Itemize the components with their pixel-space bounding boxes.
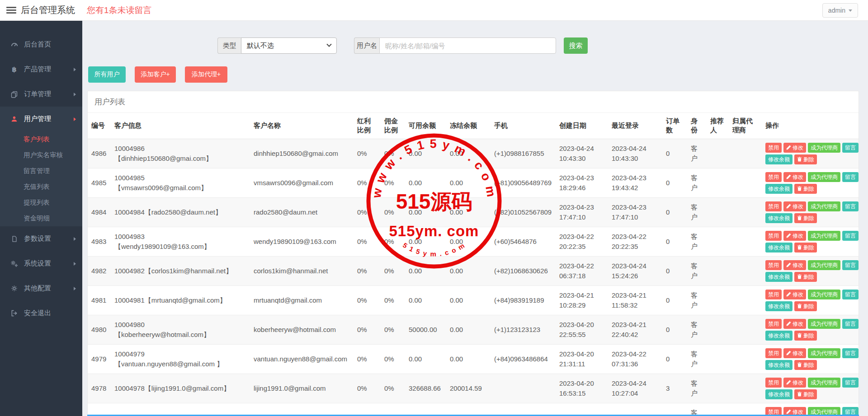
message-button[interactable]: 留言 xyxy=(842,143,859,153)
add-agent-button[interactable]: 添加代理+ xyxy=(185,66,227,83)
edit-balance-button[interactable]: 修改余额 xyxy=(765,154,793,164)
disable-button[interactable]: 禁用 xyxy=(765,172,782,182)
delete-button[interactable]: 删除 xyxy=(794,213,817,223)
cell-frozen-balance xyxy=(446,403,491,416)
edit-balance-button[interactable]: 修改余额 xyxy=(765,360,793,370)
header-order-count: 订单数 xyxy=(662,113,687,139)
unread-message-notice[interactable]: 您有1条未读留言 xyxy=(87,0,152,20)
edit-button[interactable]: 修改 xyxy=(783,172,806,182)
type-select[interactable]: 默认不选 xyxy=(241,37,337,54)
edit-balance-button[interactable]: 修改余额 xyxy=(765,243,793,252)
delete-button[interactable]: 删除 xyxy=(794,272,817,282)
edit-balance-button[interactable]: 修改余额 xyxy=(765,213,793,223)
sidebar-subitem-message-management[interactable]: 留言管理 xyxy=(0,163,82,179)
add-customer-button[interactable]: 添加客户+ xyxy=(135,66,176,83)
sidebar-item-dashboard[interactable]: 后台首页 xyxy=(0,32,82,57)
message-button[interactable]: 留言 xyxy=(842,231,859,241)
sidebar-item-other-config[interactable]: 其他配置 xyxy=(0,276,82,301)
cell-phone: (+60)5464876 xyxy=(491,227,556,256)
disable-button[interactable]: 禁用 xyxy=(765,201,782,211)
message-button[interactable]: 留言 xyxy=(842,290,859,299)
disable-button[interactable]: 禁用 xyxy=(765,319,782,329)
header-frozen-balance: 冻结余额 xyxy=(446,113,491,139)
delete-button[interactable]: 删除 xyxy=(794,301,817,311)
cell-bonus-ratio: 0% xyxy=(354,227,381,256)
become-agent-button[interactable]: 成为代理商 xyxy=(808,290,840,299)
sidebar-subitem-recharge-list[interactable]: 充值列表 xyxy=(0,179,82,195)
username-input[interactable] xyxy=(379,37,556,54)
become-agent-button[interactable]: 成为代理商 xyxy=(808,172,840,182)
message-button[interactable]: 留言 xyxy=(842,201,859,211)
cell-actions: 禁用修改成为代理商留言修改余额删除 xyxy=(762,285,859,315)
edit-button[interactable]: 修改 xyxy=(783,348,806,358)
sidebar-item-system-settings[interactable]: 系统设置 xyxy=(0,251,82,276)
become-agent-button[interactable]: 成为代理商 xyxy=(808,348,840,358)
message-button[interactable]: 留言 xyxy=(842,260,859,270)
hamburger-menu-icon[interactable] xyxy=(6,7,16,14)
become-agent-button[interactable]: 成为代理商 xyxy=(808,319,840,329)
disable-button[interactable]: 禁用 xyxy=(765,143,782,153)
become-agent-button[interactable]: 成为代理商 xyxy=(808,260,840,270)
edit-button[interactable]: 修改 xyxy=(783,201,806,211)
cell-id: 4983 xyxy=(88,227,111,256)
disable-button[interactable]: 禁用 xyxy=(765,290,782,299)
sidebar-subitem-withdraw-list[interactable]: 提现列表 xyxy=(0,195,82,210)
delete-button[interactable]: 删除 xyxy=(794,243,817,252)
edit-balance-button[interactable]: 修改余额 xyxy=(765,389,793,399)
delete-button[interactable]: 删除 xyxy=(794,184,817,194)
header-id: 编号 xyxy=(88,113,111,139)
disable-button[interactable]: 禁用 xyxy=(765,231,782,241)
become-agent-button[interactable]: 成为代理商 xyxy=(808,231,840,241)
edit-button[interactable]: 修改 xyxy=(783,319,806,329)
sidebar-item-parameters[interactable]: 参数设置 xyxy=(0,226,82,251)
edit-button[interactable]: 修改 xyxy=(783,290,806,299)
message-button[interactable]: 留言 xyxy=(842,319,859,329)
sidebar-subitem-customer-list[interactable]: 客户列表 xyxy=(0,131,82,147)
sidebar-item-label: 系统设置 xyxy=(24,259,51,268)
cell-actions: 禁用修改成为代理商留言修改余额删除 xyxy=(762,403,859,416)
cell-phone xyxy=(491,374,556,403)
disable-button[interactable]: 禁用 xyxy=(765,348,782,358)
edit-button[interactable]: 修改 xyxy=(783,231,806,241)
cell-referrer xyxy=(707,315,729,344)
cell-actions: 禁用修改成为代理商留言修改余额删除 xyxy=(762,197,859,227)
become-agent-button[interactable]: 成为代理商 xyxy=(808,201,840,211)
become-agent-button[interactable]: 成为代理商 xyxy=(808,143,840,153)
edit-balance-button[interactable]: 修改余额 xyxy=(765,331,793,341)
cell-order-count xyxy=(662,403,687,416)
user-dropdown[interactable]: admin xyxy=(822,3,858,18)
delete-button[interactable]: 删除 xyxy=(794,331,817,341)
edit-button[interactable]: 修改 xyxy=(783,260,806,270)
all-users-button[interactable]: 所有用户 xyxy=(88,66,126,83)
delete-button[interactable]: 删除 xyxy=(794,154,817,164)
become-agent-button[interactable]: 成为代理商 xyxy=(808,378,840,388)
cell-available-balance: 0.00 xyxy=(405,256,446,285)
sidebar-item-users[interactable]: 用户管理 xyxy=(0,107,82,131)
edit-button[interactable]: 修改 xyxy=(783,378,806,388)
sidebar-subitem-realname-review[interactable]: 用户实名审核 xyxy=(0,147,82,163)
cell-phone: (+81)09056489769 xyxy=(491,168,556,197)
sidebar-item-orders[interactable]: 订单管理 xyxy=(0,82,82,107)
delete-button[interactable]: 删除 xyxy=(794,389,817,399)
disable-button[interactable]: 禁用 xyxy=(765,378,782,388)
sidebar-item-products[interactable]: ฿ 产品管理 xyxy=(0,57,82,82)
cell-commission-ratio: 0% xyxy=(381,285,405,315)
sidebar-item-label: 安全退出 xyxy=(24,309,51,318)
edit-button[interactable]: 修改 xyxy=(783,143,806,153)
cell-last-login: 2023-04-24 10:43:30 xyxy=(608,139,662,168)
panel-title: 用户列表 xyxy=(88,91,859,113)
table-header-row: 编号客户信息客户名称红利比例佣金比例可用余额冻结余额手机创建日期最近登录订单数身… xyxy=(88,113,859,139)
edit-balance-button[interactable]: 修改余额 xyxy=(765,301,793,311)
disable-button[interactable]: 禁用 xyxy=(765,260,782,270)
delete-button[interactable]: 删除 xyxy=(794,360,817,370)
message-button[interactable]: 留言 xyxy=(842,172,859,182)
message-button[interactable]: 留言 xyxy=(842,378,859,388)
sidebar-subitem-fund-details[interactable]: 资金明细 xyxy=(0,210,82,226)
cell-created-date: 2023-04-20 xyxy=(556,403,608,416)
edit-balance-button[interactable]: 修改余额 xyxy=(765,184,793,194)
sidebar-item-logout[interactable]: 安全退出 xyxy=(0,301,82,326)
cell-order-count: 0 xyxy=(662,344,687,374)
edit-balance-button[interactable]: 修改余额 xyxy=(765,272,793,282)
search-button[interactable]: 搜索 xyxy=(564,37,588,54)
message-button[interactable]: 留言 xyxy=(842,348,859,358)
